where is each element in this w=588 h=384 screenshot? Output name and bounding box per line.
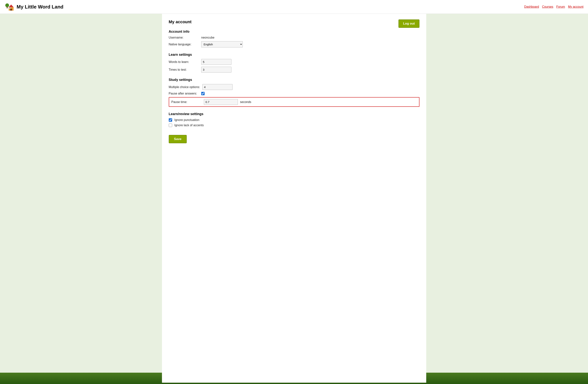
svg-rect-4 [10, 9, 12, 11]
pause-time-unit: seconds [240, 100, 252, 104]
ignore-accents-row: Ignore lack of accents [169, 124, 420, 127]
account-info-section: Account info Username: neoncube Native l… [169, 30, 420, 47]
save-button[interactable]: Save [169, 135, 187, 143]
pause-after-answers-label: Pause after answers: [169, 92, 199, 95]
username-label: Username: [169, 36, 199, 39]
header-nav: Dashboard Courses Forum My account [524, 5, 584, 8]
multiple-choice-row: Multiple choice options: [169, 84, 420, 90]
study-settings-section: Study settings Multiple choice options: … [169, 78, 420, 107]
header: My Little Word Land Dashboard Courses Fo… [0, 0, 588, 14]
ignore-punctuation-checkbox[interactable] [169, 118, 172, 122]
times-to-test-row: Times to test: [169, 67, 420, 72]
svg-point-0 [5, 3, 9, 7]
logo-icon [4, 2, 14, 12]
ignore-punctuation-label: Ignore punctuation [174, 118, 200, 122]
site-title: My Little Word Land [17, 4, 63, 10]
study-settings-heading: Study settings [169, 78, 420, 82]
header-left: My Little Word Land [4, 2, 63, 12]
multiple-choice-input[interactable] [202, 84, 232, 90]
pause-after-answers-checkbox[interactable] [201, 92, 205, 95]
ignore-punctuation-row: Ignore punctuation [169, 118, 420, 122]
native-language-label: Native language: [169, 43, 199, 46]
pause-after-answers-row: Pause after answers: [169, 92, 420, 95]
svg-marker-3 [9, 4, 14, 7]
pause-time-label: Pause time: [171, 100, 202, 104]
logout-button[interactable]: Log out [399, 20, 419, 28]
account-info-heading: Account info [169, 30, 420, 34]
nav-dashboard[interactable]: Dashboard [524, 5, 539, 8]
words-to-learn-input[interactable] [201, 59, 231, 65]
nav-my-account[interactable]: My account [568, 5, 584, 8]
learn-review-heading: Learn/review settings [169, 112, 420, 116]
learn-review-section: Learn/review settings Ignore punctuation… [169, 112, 420, 127]
nav-courses[interactable]: Courses [542, 5, 553, 8]
main-content: Log out My account Account info Username… [162, 14, 426, 383]
native-language-select[interactable]: English Spanish French German Japanese C… [201, 41, 243, 47]
times-to-test-label: Times to test: [169, 68, 199, 71]
words-to-learn-label: Words to learn: [169, 60, 199, 64]
pause-time-input[interactable] [204, 99, 238, 105]
native-language-row: Native language: English Spanish French … [169, 41, 420, 47]
page-title: My account [169, 20, 420, 24]
svg-rect-1 [7, 7, 8, 8]
learn-settings-section: Learn settings Words to learn: Times to … [169, 53, 420, 72]
username-row: Username: neoncube [169, 36, 420, 39]
times-to-test-input[interactable] [201, 67, 231, 72]
pause-time-row: Pause time: seconds [169, 97, 420, 107]
username-value: neoncube [201, 36, 214, 39]
nav-forum[interactable]: Forum [556, 5, 565, 8]
multiple-choice-label: Multiple choice options: [169, 85, 200, 89]
svg-rect-5 [9, 8, 10, 9]
learn-settings-heading: Learn settings [169, 53, 420, 57]
ignore-accents-checkbox[interactable] [169, 124, 172, 127]
ignore-accents-label: Ignore lack of accents [174, 124, 204, 127]
words-to-learn-row: Words to learn: [169, 59, 420, 65]
